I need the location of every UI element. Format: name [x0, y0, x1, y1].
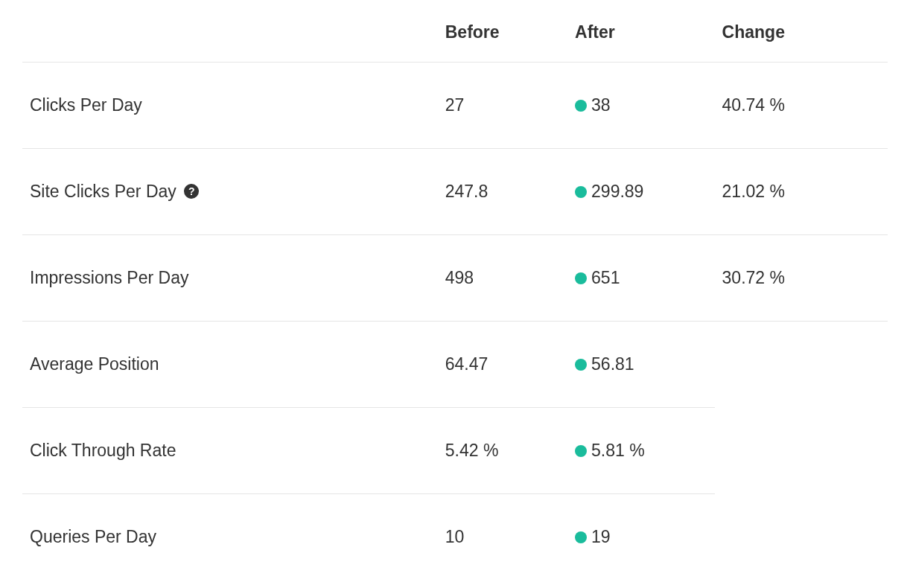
help-icon[interactable]: ?: [184, 184, 199, 199]
header-metric: [22, 7, 438, 63]
after-value: 651: [591, 268, 620, 287]
metric-label: Clicks Per Day: [30, 95, 142, 115]
metric-label: Queries Per Day: [30, 527, 156, 546]
change-value: 30.72 %: [715, 235, 888, 322]
change-value: [715, 408, 888, 494]
status-dot-icon: [575, 445, 587, 457]
after-value: 38: [591, 95, 611, 115]
metric-label-cell: Average Position: [22, 322, 438, 408]
metric-label: Click Through Rate: [30, 441, 176, 460]
metric-label-cell: Site Clicks Per Day ?: [22, 149, 438, 235]
metric-label: Average Position: [30, 354, 159, 374]
header-change: Change: [715, 7, 888, 63]
before-value: 64.47: [438, 322, 567, 408]
metric-label-cell: Click Through Rate: [22, 408, 438, 494]
metric-label-cell: Clicks Per Day: [22, 63, 438, 149]
before-value: 27: [438, 63, 567, 149]
before-value: 498: [438, 235, 567, 322]
status-dot-icon: [575, 359, 587, 371]
change-value: 40.74 %: [715, 63, 888, 149]
after-value: 19: [591, 527, 611, 546]
after-value-cell: 38: [567, 63, 715, 149]
after-value-cell: 299.89: [567, 149, 715, 235]
status-dot-icon: [575, 272, 587, 284]
before-value: 10: [438, 494, 567, 581]
before-value: 5.42 %: [438, 408, 567, 494]
after-value-cell: 19: [567, 494, 715, 581]
header-after: After: [567, 7, 715, 63]
after-value-cell: 56.81: [567, 322, 715, 408]
after-value: 56.81: [591, 354, 634, 374]
after-value: 299.89: [591, 182, 643, 201]
after-value-cell: 5.81 %: [567, 408, 715, 494]
after-value-cell: 651: [567, 235, 715, 322]
status-dot-icon: [575, 531, 587, 543]
status-dot-icon: [575, 186, 587, 198]
table-header-row: Before After Change: [22, 7, 888, 63]
table-row: Average Position64.4756.81: [22, 322, 888, 408]
change-value: 21.02 %: [715, 149, 888, 235]
header-before: Before: [438, 7, 567, 63]
metric-label: Impressions Per Day: [30, 268, 188, 287]
table-row: Site Clicks Per Day ?247.8299.8921.02 %: [22, 149, 888, 235]
table-row: Clicks Per Day273840.74 %: [22, 63, 888, 149]
status-dot-icon: [575, 100, 587, 112]
after-value: 5.81 %: [591, 441, 645, 460]
change-value: [715, 494, 888, 581]
table-row: Queries Per Day1019: [22, 494, 888, 581]
before-value: 247.8: [438, 149, 567, 235]
metric-label-cell: Queries Per Day: [22, 494, 438, 581]
metric-label: Site Clicks Per Day: [30, 182, 176, 201]
change-value: [715, 322, 888, 408]
table-row: Click Through Rate5.42 %5.81 %: [22, 408, 888, 494]
table-row: Impressions Per Day49865130.72 %: [22, 235, 888, 322]
metric-label-cell: Impressions Per Day: [22, 235, 438, 322]
metrics-table: Before After Change Clicks Per Day273840…: [22, 7, 888, 580]
